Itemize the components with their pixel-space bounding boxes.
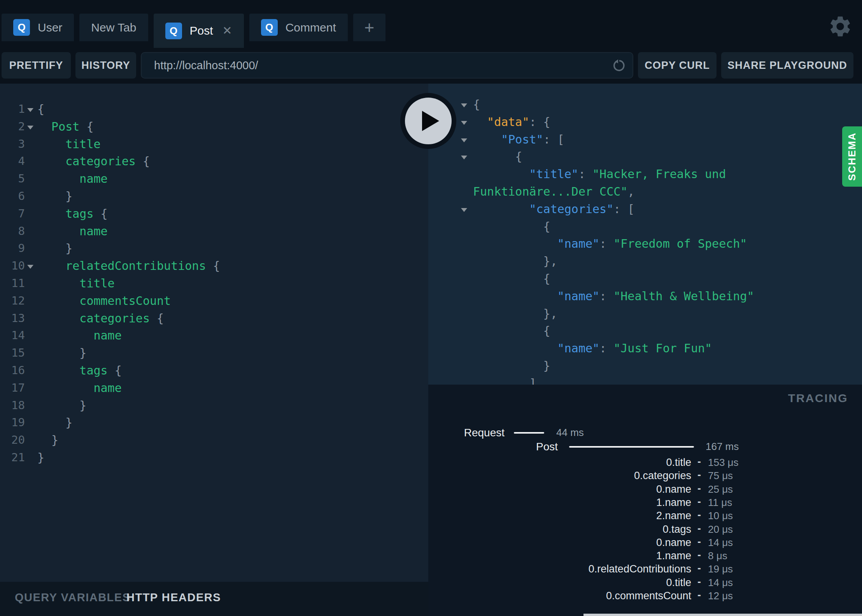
tracing-field-row: 0.relatedContributions-19 μs [428, 563, 862, 576]
tracing-field-value: 14 μs [708, 537, 733, 549]
tracing-field-row: 1.name-11 μs [428, 497, 862, 510]
fold-arrow-icon[interactable] [461, 103, 467, 107]
line-number: 4 [0, 154, 25, 168]
tracing-field-label: 0.title [666, 577, 691, 589]
code-token: "name" [473, 341, 599, 355]
fold-arrow-icon[interactable] [461, 156, 467, 159]
close-tab-icon[interactable]: ✕ [223, 25, 232, 37]
editor-code: tags { [37, 207, 108, 220]
response-line: "name": "Health & Wellbeing" [428, 289, 862, 307]
fold-arrow-icon[interactable] [27, 265, 33, 269]
code-token: relatedContributions [37, 259, 206, 273]
endpoint-url-input[interactable]: http://localhost:4000/ [141, 52, 633, 79]
response-code: { [473, 272, 550, 285]
tracing-field-value: 11 μs [708, 497, 732, 509]
response-code: { [473, 324, 550, 338]
response-viewer: { "data": { "Post": [ { "title": "Hacker… [428, 84, 862, 385]
code-token: : [578, 167, 592, 181]
tab-comment[interactable]: QComment [249, 14, 348, 41]
line-number: 13 [0, 312, 25, 325]
response-line: "categories": [ [428, 202, 862, 220]
prettify-button[interactable]: PRETTIFY [2, 52, 71, 79]
tracing-field-value: 12 μs [708, 590, 733, 602]
editor-line: 11 title [0, 276, 428, 294]
tab-new-tab[interactable]: New Tab [79, 14, 148, 41]
tracing-field-value: 75 μs [708, 470, 733, 482]
tracing-dash: - [697, 509, 701, 521]
fold-arrow-icon[interactable] [27, 126, 33, 130]
tracing-label: Post [536, 441, 558, 453]
code-token: } [37, 189, 72, 203]
response-line: "name": "Freedom of Speech" [428, 237, 862, 254]
query-editor[interactable]: 1{2 Post {3 title4 categories {5 name6 }… [0, 84, 428, 582]
editor-code: } [37, 451, 44, 464]
editor-code: name [37, 381, 122, 395]
code-token: tags [37, 207, 94, 220]
copy-curl-button[interactable]: COPY CURL [638, 52, 717, 79]
response-line: }, [428, 307, 862, 324]
tracing-field-value: 19 μs [708, 563, 733, 575]
response-line: "Post": [ [428, 133, 862, 150]
tracing-field-value: 153 μs [708, 457, 739, 469]
tab-post[interactable]: QPost✕ [154, 14, 244, 48]
line-number: 2 [0, 120, 25, 133]
response-line: "title": "Hacker, Freaks und [428, 167, 862, 185]
editor-line: 13 categories { [0, 312, 428, 329]
line-number: 15 [0, 346, 25, 359]
new-tab-button[interactable]: + [353, 14, 385, 41]
history-button[interactable]: HISTORY [75, 52, 136, 79]
fold-arrow-icon[interactable] [461, 121, 467, 125]
tab-user[interactable]: QUser [2, 14, 74, 41]
editor-code: title [37, 276, 115, 290]
tracing-field-label: 2.name [656, 510, 691, 522]
tracing-field-value: 20 μs [708, 523, 733, 536]
http-headers-tab[interactable]: HTTP HEADERS [126, 591, 221, 604]
reload-icon[interactable] [611, 58, 627, 74]
editor-code: } [37, 189, 72, 203]
fold-arrow-icon[interactable] [27, 108, 33, 112]
code-token: : [ [613, 202, 634, 216]
response-line: Funktionäre...Der CCC", [428, 185, 862, 202]
tracing-field-label: 0.name [656, 483, 691, 495]
tracing-field-label: 1.name [656, 497, 691, 509]
tracing-field-label: 0.relatedContributions [589, 563, 691, 575]
schema-tab[interactable]: SCHEMA [842, 126, 862, 187]
code-token: { [150, 312, 164, 325]
tracing-field-label: 0.categories [634, 470, 691, 482]
tracing-value: 44 ms [556, 427, 584, 439]
tab-label: New Tab [91, 21, 136, 34]
editor-line: 4 categories { [0, 154, 428, 172]
line-number: 19 [0, 416, 25, 429]
line-number: 1 [0, 102, 25, 116]
code-token: : [599, 289, 613, 303]
code-token: { [136, 154, 150, 168]
code-token: } [37, 399, 86, 412]
execute-button[interactable] [400, 93, 456, 149]
code-token: "title" [473, 167, 578, 181]
line-number: 10 [0, 259, 25, 272]
code-token: "Just For Fun" [613, 341, 712, 355]
code-token: name [37, 224, 108, 238]
tracing-field-row: 0.name-14 μs [428, 537, 862, 550]
tracing-value: 167 ms [706, 441, 739, 453]
share-playground-button[interactable]: SHARE PLAYGROUND [721, 52, 853, 79]
code-token: name [37, 381, 122, 395]
fold-arrow-icon[interactable] [461, 208, 467, 212]
settings-button[interactable] [828, 14, 853, 39]
tracing-field-value: 25 μs [708, 483, 733, 495]
code-token: : { [529, 115, 550, 129]
horizontal-scrollbar[interactable] [583, 614, 862, 616]
editor-code: categories { [37, 312, 164, 325]
code-token: name [37, 329, 122, 342]
code-token: } [37, 416, 72, 429]
tracing-field-value: 10 μs [708, 510, 733, 522]
response-line: { [428, 272, 862, 289]
fold-arrow-icon[interactable] [461, 138, 467, 142]
tracing-field-row: 2.name-10 μs [428, 510, 862, 523]
editor-code: name [37, 329, 122, 342]
code-token: "Post" [473, 133, 543, 146]
query-variables-tab[interactable]: QUERY VARIABLES [15, 591, 131, 604]
code-token: } [37, 346, 86, 360]
line-number: 8 [0, 224, 25, 238]
response-code: }, [473, 254, 557, 268]
